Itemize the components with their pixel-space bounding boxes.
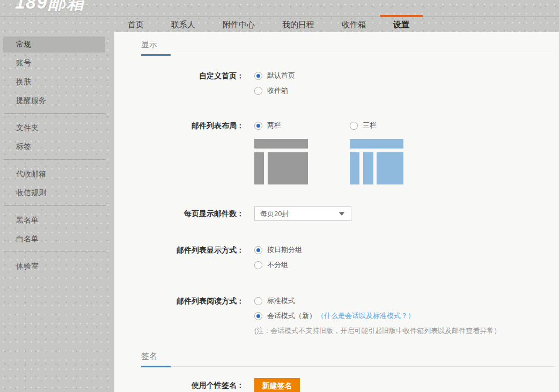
radio-dot	[256, 74, 260, 78]
mails-per-page-select[interactable]: 每页20封	[254, 206, 351, 221]
radio-label: 会话模式（新）	[267, 311, 316, 321]
nav-tab-label: 我的日程	[282, 20, 314, 30]
nav-tabs: 首页 联系人 附件中心 我的日程 收件箱 设置	[128, 17, 409, 32]
radio-standard-mode[interactable]: 标准模式	[254, 295, 501, 306]
sidebar-item-label: 文件夹	[16, 123, 39, 133]
radio-conversation-mode[interactable]: 会话模式（新） （什么是会话以及标准模式？）	[254, 310, 501, 321]
radio-icon	[254, 297, 262, 305]
radio-default-homepage[interactable]: 默认首页	[254, 70, 295, 81]
section-divider	[141, 55, 555, 55]
radio-icon	[254, 261, 262, 269]
field-label: 使用个性签名：	[114, 378, 244, 392]
field-label: 自定义首页：	[114, 70, 244, 81]
row-personal-signature: 使用个性签名： 新建签名	[114, 378, 300, 392]
sidebar-item-general[interactable]: 常规	[3, 36, 105, 53]
preview-body	[254, 152, 308, 184]
row-reading-mode: 邮件列表阅读方式： 标准模式 会话模式（新） （什么是会话以及标准模式？） (注…	[114, 295, 501, 341]
sidebar-item-proxy-mailbox[interactable]: 代收邮箱	[3, 166, 105, 182]
radio-icon	[254, 246, 262, 254]
row-control: 默认首页 收件箱	[254, 70, 295, 100]
sidebar-item-label: 标签	[16, 142, 31, 152]
sidebar-item-label: 代收邮箱	[16, 169, 46, 179]
preview-topbar	[350, 139, 403, 149]
radio-three-column[interactable]: 三栏	[350, 120, 445, 131]
radio-icon	[254, 122, 262, 130]
layout-previews	[254, 139, 445, 184]
sidebar-item-label: 提醒服务	[16, 96, 46, 106]
nav-tab-label: 收件箱	[342, 20, 366, 30]
preview-main-column	[377, 152, 403, 184]
radio-label: 两栏	[267, 121, 281, 130]
radio-label: 收件箱	[267, 86, 288, 95]
main-nav: 首页 联系人 附件中心 我的日程 收件箱 设置	[0, 17, 559, 32]
nav-tab-settings[interactable]: 设置	[393, 17, 409, 32]
sidebar-item-whitelist[interactable]: 白名单	[3, 231, 105, 247]
radio-label: 三栏	[363, 121, 377, 130]
caret-down-icon	[339, 212, 344, 216]
nav-tab-label: 首页	[128, 20, 144, 30]
radio-inbox-homepage[interactable]: 收件箱	[254, 85, 295, 96]
sidebar-item-lab[interactable]: 体验室	[3, 258, 105, 275]
radio-dot	[256, 124, 260, 128]
sidebar-item-account[interactable]: 账号	[3, 55, 105, 71]
radio-two-column[interactable]: 两栏	[254, 120, 350, 131]
field-label: 邮件列表阅读方式：	[114, 295, 244, 306]
layout-preview-two-column[interactable]	[254, 139, 308, 184]
sidebar-item-label: 收信规则	[16, 188, 46, 198]
preview-body	[350, 152, 403, 184]
radio-icon	[254, 72, 262, 80]
radio-icon	[350, 122, 358, 130]
radio-label: 默认首页	[267, 71, 295, 80]
sidebar-item-label: 白名单	[16, 234, 39, 244]
create-signature-button[interactable]: 新建签名	[254, 378, 300, 392]
sidebar-item-label: 体验室	[16, 262, 39, 271]
sidebar-divider	[3, 113, 106, 114]
field-label: 邮件列表显示方式：	[114, 245, 244, 255]
preview-main-column	[268, 152, 308, 184]
row-list-layout: 邮件列表布局： 两栏 三栏	[114, 120, 445, 184]
app-logo[interactable]: 189邮箱	[15, 0, 85, 15]
radio-label: 按日期分组	[267, 245, 302, 255]
nav-tab-label: 附件中心	[223, 20, 255, 30]
sidebar-item-label: 常规	[16, 40, 31, 49]
nav-tab-attachments[interactable]: 附件中心	[223, 17, 255, 32]
conversation-mode-help-link[interactable]: （什么是会话以及标准模式？）	[317, 311, 415, 321]
field-label: 邮件列表布局：	[114, 120, 244, 131]
settings-sidebar: 常规 账号 换肤 提醒服务 文件夹 标签 代收邮箱 收信规则 黑名单 白名单 体…	[0, 32, 114, 392]
preview-left-column	[254, 152, 264, 184]
section-title-display[interactable]: 显示	[141, 40, 157, 55]
radio-dot	[256, 248, 260, 252]
sidebar-item-folders[interactable]: 文件夹	[3, 120, 105, 136]
section-underline	[141, 54, 171, 56]
layout-preview-three-column[interactable]	[350, 139, 403, 184]
section-display-header: 显示	[141, 40, 555, 55]
nav-tab-inbox[interactable]: 收件箱	[342, 17, 366, 32]
row-mails-per-page: 每页显示邮件数： 每页20封	[114, 206, 351, 221]
nav-tab-calendar[interactable]: 我的日程	[282, 17, 314, 32]
field-label: 每页显示邮件数：	[114, 206, 244, 221]
sidebar-item-blacklist[interactable]: 黑名单	[3, 212, 105, 228]
sidebar-item-labels[interactable]: 标签	[3, 139, 105, 155]
row-control: 按日期分组 不分组	[254, 245, 302, 275]
preview-topbar	[254, 139, 308, 149]
sidebar-item-receive-rules[interactable]: 收信规则	[3, 185, 105, 201]
radio-dot	[256, 314, 260, 318]
section-signature-header: 签名	[141, 351, 555, 367]
nav-tab-label: 设置	[393, 20, 409, 30]
sidebar-item-skin[interactable]: 换肤	[3, 74, 105, 90]
section-underline	[141, 366, 171, 367]
sidebar-divider	[3, 205, 106, 206]
layout-options: 两栏 三栏	[254, 120, 445, 131]
section-title-signature[interactable]: 签名	[141, 351, 157, 366]
radio-label: 标准模式	[267, 296, 295, 306]
sidebar-item-label: 换肤	[16, 77, 31, 87]
sidebar-item-reminder-service[interactable]: 提醒服务	[3, 93, 105, 109]
radio-icon	[254, 87, 262, 95]
row-control: 每页20封	[254, 206, 351, 221]
radio-no-grouping[interactable]: 不分组	[254, 260, 302, 270]
settings-main: 显示 自定义首页： 默认首页 收件箱 邮件列表布局： 两栏	[114, 32, 559, 392]
nav-tab-contacts[interactable]: 联系人	[171, 17, 195, 32]
radio-group-by-date[interactable]: 按日期分组	[254, 245, 302, 255]
active-tab-indicator	[380, 15, 423, 17]
nav-tab-home[interactable]: 首页	[128, 17, 144, 32]
